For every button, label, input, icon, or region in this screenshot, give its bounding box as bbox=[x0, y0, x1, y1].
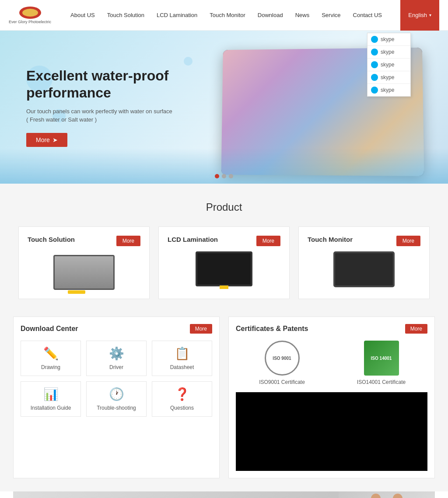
product-section-title: Product bbox=[13, 201, 435, 213]
product-card-header-2: LCD Lamination More bbox=[168, 236, 280, 246]
cert-more-button[interactable]: More bbox=[405, 324, 427, 334]
iso9001-name: ISO9001 Certificate bbox=[259, 379, 305, 385]
language-selector[interactable]: English ▾ bbox=[400, 0, 439, 31]
download-center: Download Center More ✏️ Drawing ⚙️ Drive… bbox=[13, 317, 220, 478]
download-icon-grid: ✏️ Drawing ⚙️ Driver 📋 Datasheet 📊 Insta… bbox=[21, 341, 212, 417]
carousel-dots bbox=[215, 174, 233, 178]
side-panel-skype-2[interactable]: skype bbox=[368, 46, 410, 59]
download-header: Download Center More bbox=[21, 324, 212, 334]
product-card-touch-solution: Touch Solution More bbox=[18, 226, 150, 299]
download-title: Download Center bbox=[21, 325, 78, 333]
download-more-button[interactable]: More bbox=[190, 324, 212, 334]
nav-download[interactable]: Download bbox=[252, 0, 289, 31]
skype-icon bbox=[371, 49, 378, 56]
product-name-2: LCD Lamination bbox=[168, 236, 218, 243]
arrow-right-icon: ➤ bbox=[52, 136, 58, 143]
troubleshoot-icon: 🕐 bbox=[109, 387, 124, 401]
water-drop-3 bbox=[184, 57, 192, 66]
iso9001-badge: ISO 9001 bbox=[265, 341, 300, 376]
hero-more-button[interactable]: More ➤ bbox=[26, 133, 67, 147]
datasheet-label: Datasheet bbox=[170, 364, 194, 370]
main-nav: About US Touch Solution LCD Lamination T… bbox=[64, 0, 400, 31]
lower-grid: Download Center More ✏️ Drawing ⚙️ Drive… bbox=[0, 317, 448, 491]
lcd-lamination-more-button[interactable]: More bbox=[256, 236, 280, 246]
side-panel: skype skype skype skype skype bbox=[367, 33, 411, 97]
download-questions[interactable]: ❓ Questions bbox=[152, 381, 212, 417]
person-head-1 bbox=[371, 494, 381, 498]
download-driver[interactable]: ⚙️ Driver bbox=[86, 341, 147, 376]
touch-monitor-image bbox=[333, 251, 395, 287]
drawing-label: Drawing bbox=[41, 364, 60, 370]
nav-contact[interactable]: Contact US bbox=[347, 0, 388, 31]
nav-lcd-lamination[interactable]: LCD Lamination bbox=[150, 0, 203, 31]
skype-icon bbox=[371, 87, 378, 94]
iso14001-badge: ISO 14001 bbox=[364, 341, 399, 376]
product-name-3: Touch Monitor bbox=[308, 236, 353, 243]
product-card-header-3: Touch Monitor More bbox=[308, 236, 420, 246]
nav-about[interactable]: About US bbox=[64, 0, 101, 31]
driver-icon: ⚙️ bbox=[109, 346, 124, 361]
water-splash bbox=[0, 149, 448, 184]
side-panel-skype-4[interactable]: skype bbox=[368, 71, 410, 84]
hero-title: Excellent water-proof performance bbox=[26, 67, 175, 101]
side-panel-label-1: skype bbox=[381, 36, 394, 42]
side-panel-label-4: skype bbox=[381, 74, 394, 80]
cert-iso14001: ISO 14001 ISO14001 Certificate bbox=[335, 341, 427, 385]
hero-content: Excellent water-proof performance Our to… bbox=[0, 67, 175, 147]
side-panel-skype-3[interactable]: skype bbox=[368, 59, 410, 71]
side-panel-label-3: skype bbox=[381, 62, 394, 68]
side-panel-skype-1[interactable]: skype bbox=[368, 33, 410, 46]
datasheet-icon: 📋 bbox=[175, 346, 190, 361]
lcd-lamination-image bbox=[196, 251, 252, 286]
carousel-dot-1[interactable] bbox=[215, 174, 219, 178]
certificates-section: Certificates & Patents More ISO 9001 ISO… bbox=[228, 317, 435, 478]
installation-label: Installation Guide bbox=[31, 405, 71, 411]
logo-icon bbox=[19, 7, 41, 19]
language-label: English bbox=[408, 12, 427, 18]
person-head-2 bbox=[393, 494, 402, 498]
contact-section: Contact US More bbox=[13, 491, 435, 498]
header: Ever Glory Photoelectric About US Touch … bbox=[0, 0, 448, 31]
nav-service[interactable]: Service bbox=[315, 0, 346, 31]
iso9001-text: ISO 9001 bbox=[273, 356, 291, 361]
chevron-down-icon: ▾ bbox=[429, 13, 431, 17]
nav-touch-solution[interactable]: Touch Solution bbox=[101, 0, 150, 31]
product-card-lcd-lamination: LCD Lamination More bbox=[158, 226, 290, 299]
questions-icon: ❓ bbox=[175, 387, 190, 401]
cert-iso9001: ISO 9001 ISO9001 Certificate bbox=[236, 341, 328, 385]
iso14001-text: ISO 14001 bbox=[371, 356, 392, 361]
product-name-1: Touch Solution bbox=[28, 236, 75, 243]
carousel-dot-3[interactable] bbox=[229, 174, 233, 178]
iso14001-name: ISO14001 Certificate bbox=[357, 379, 406, 385]
person-1 bbox=[365, 494, 387, 498]
drawing-icon: ✏️ bbox=[43, 346, 59, 361]
nav-news[interactable]: News bbox=[289, 0, 316, 31]
hero-btn-label: More bbox=[36, 136, 50, 143]
cert-header: Certificates & Patents More bbox=[236, 324, 427, 334]
logo[interactable]: Ever Glory Photoelectric bbox=[9, 7, 51, 24]
person-2 bbox=[387, 494, 409, 498]
driver-label: Driver bbox=[109, 364, 123, 370]
hero-description: Our touch panels can work perfectly with… bbox=[26, 107, 175, 124]
cert-title: Certificates & Patents bbox=[236, 325, 308, 333]
skype-icon bbox=[371, 36, 378, 43]
product-card-touch-monitor: Touch Monitor More bbox=[298, 226, 430, 299]
download-drawing[interactable]: ✏️ Drawing bbox=[21, 341, 81, 376]
nav-touch-monitor[interactable]: Touch Monitor bbox=[203, 0, 252, 31]
side-panel-label-2: skype bbox=[381, 49, 394, 55]
touch-monitor-more-button[interactable]: More bbox=[396, 236, 420, 246]
carousel-dot-2[interactable] bbox=[222, 174, 226, 178]
questions-label: Questions bbox=[170, 405, 194, 411]
troubleshoot-label: Trouble-shooting bbox=[97, 405, 136, 411]
product-card-header-1: Touch Solution More bbox=[28, 236, 140, 246]
logo-text: Ever Glory Photoelectric bbox=[9, 20, 51, 24]
side-panel-skype-5[interactable]: skype bbox=[368, 84, 410, 96]
download-troubleshoot[interactable]: 🕐 Trouble-shooting bbox=[86, 381, 147, 417]
cert-video-area bbox=[236, 392, 427, 471]
touch-panel-image bbox=[53, 255, 115, 290]
touch-solution-more-button[interactable]: More bbox=[116, 236, 140, 246]
product-section: Product Touch Solution More LCD Laminati… bbox=[0, 184, 448, 317]
download-installation[interactable]: 📊 Installation Guide bbox=[21, 381, 81, 417]
download-datasheet[interactable]: 📋 Datasheet bbox=[152, 341, 212, 376]
skype-icon bbox=[371, 61, 378, 68]
